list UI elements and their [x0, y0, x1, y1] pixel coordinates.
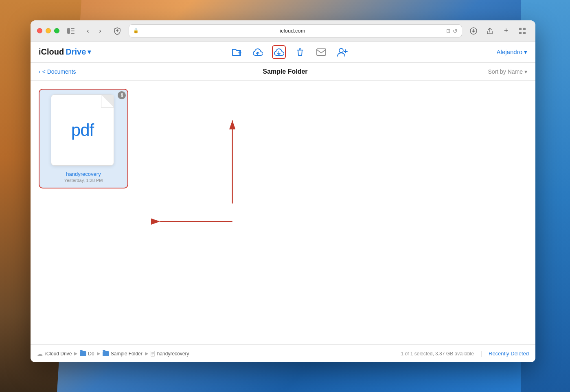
user-name: Alejandro — [497, 48, 522, 55]
sort-label: Sort by Name — [488, 68, 523, 75]
nav-buttons: ‹ › — [82, 25, 106, 37]
file-date: Yesterday, 1:28 PM — [64, 178, 103, 183]
breadcrumb-bar: ‹ < Documents Sample Folder Sort by Name… — [31, 63, 535, 81]
share-button[interactable] — [483, 24, 496, 37]
recently-deleted-button[interactable]: Recently Deleted — [489, 350, 529, 357]
forward-button[interactable]: › — [94, 25, 106, 37]
path-folder-docs: Do — [80, 351, 94, 357]
svg-rect-9 — [519, 32, 522, 34]
app-name: iCloud — [39, 47, 64, 57]
cloud-icon: ☁ — [37, 350, 43, 357]
download-button[interactable] — [272, 45, 286, 59]
file-icon-wrap: pdf — [51, 94, 116, 168]
app-toolbar-actions — [230, 45, 349, 59]
close-button[interactable] — [37, 28, 42, 33]
sort-menu[interactable]: Sort by Name ▾ — [488, 68, 527, 75]
svg-rect-13 — [317, 49, 326, 55]
user-dropdown-icon: ▾ — [524, 48, 527, 56]
status-bar: ☁ iCloud Drive ▶ Do ▶ Sample Folder ▶ — [31, 344, 535, 362]
back-button[interactable]: ‹ — [82, 25, 94, 37]
url-text: icloud.com — [141, 28, 444, 34]
breadcrumb-back-button[interactable]: ‹ < Documents — [39, 68, 76, 75]
translate-icon: ⊡ — [446, 28, 450, 34]
delete-button[interactable] — [293, 45, 307, 59]
app-title: iCloud Drive ▾ — [39, 47, 91, 57]
status-path: ☁ iCloud Drive ▶ Do ▶ Sample Folder ▶ — [37, 350, 401, 357]
pdf-type-label: pdf — [71, 120, 94, 140]
address-bar[interactable]: 🔒 icloud.com ⊡ ↺ — [129, 24, 462, 37]
new-folder-button[interactable] — [230, 45, 243, 59]
folder-title: Sample Folder — [83, 68, 488, 75]
app-toolbar: iCloud Drive ▾ — [31, 42, 535, 63]
sort-dropdown-icon: ▾ — [524, 68, 527, 75]
file-icon-status — [151, 351, 156, 357]
svg-rect-1 — [71, 28, 75, 29]
minimize-button[interactable] — [46, 28, 51, 33]
browser-window: ‹ › 🔒 icloud.com ⊡ ↺ — [31, 20, 535, 362]
add-person-button[interactable] — [335, 45, 349, 59]
file-grid: ℹ pdf handyrecovery Yesterday, 1:28 PM — [39, 89, 527, 188]
svg-point-14 — [339, 48, 343, 53]
path-sep-1: ▶ — [74, 351, 77, 356]
grid-menu-button[interactable] — [516, 24, 529, 37]
back-arrow-icon: ‹ — [39, 68, 41, 75]
file-item[interactable]: ℹ pdf handyrecovery Yesterday, 1:28 PM — [39, 89, 128, 188]
shield-icon-button[interactable] — [111, 24, 124, 37]
svg-rect-2 — [71, 31, 75, 31]
selection-info: 1 of 1 selected, 3.87 GB available — [401, 351, 474, 357]
email-button[interactable] — [314, 45, 328, 59]
svg-rect-8 — [523, 28, 526, 30]
svg-rect-10 — [523, 32, 526, 34]
svg-rect-7 — [519, 28, 522, 30]
app-title-dropdown[interactable]: ▾ — [88, 48, 91, 56]
svg-rect-0 — [67, 28, 70, 34]
back-label: < Documents — [42, 68, 76, 75]
new-tab-button[interactable]: + — [500, 24, 513, 37]
refresh-icon[interactable]: ↺ — [453, 28, 458, 34]
maximize-button[interactable] — [54, 28, 59, 33]
file-name: handyrecovery — [66, 171, 101, 177]
main-content: ℹ pdf handyrecovery Yesterday, 1:28 PM — [31, 81, 535, 344]
upload-button[interactable] — [251, 45, 265, 59]
title-bar-right: + — [467, 24, 529, 37]
path-sep-3: ▶ — [145, 351, 148, 356]
lock-icon: 🔒 — [133, 28, 139, 33]
app-drive-label: Drive — [66, 47, 86, 57]
folder-icon-sample — [103, 351, 109, 356]
sidebar-toggle-button[interactable] — [64, 24, 77, 37]
pdf-file-icon: pdf — [51, 94, 114, 166]
status-divider: | — [480, 350, 482, 357]
svg-rect-3 — [71, 33, 75, 34]
path-sep-2: ▶ — [97, 351, 100, 356]
status-icloud-drive: iCloud Drive — [45, 351, 72, 357]
path-file: handyrecovery — [151, 351, 189, 357]
download-status-button[interactable] — [467, 24, 480, 37]
folder-icon-docs — [80, 351, 86, 356]
path-folder-sample: Sample Folder — [103, 351, 142, 357]
browser-title-bar: ‹ › 🔒 icloud.com ⊡ ↺ — [31, 20, 535, 42]
user-menu[interactable]: Alejandro ▾ — [497, 48, 527, 56]
traffic-lights — [37, 28, 59, 33]
info-badge[interactable]: ℹ — [118, 91, 126, 99]
